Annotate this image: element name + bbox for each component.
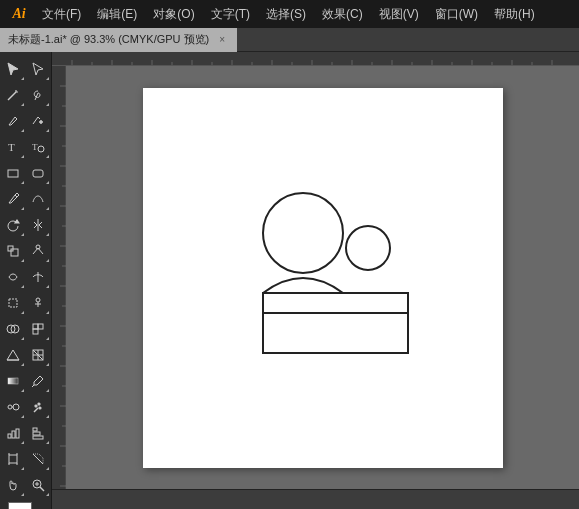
lasso-tool[interactable] bbox=[26, 82, 52, 108]
gradient-tool[interactable] bbox=[0, 368, 26, 394]
artboard-area bbox=[66, 66, 579, 489]
direct-select-tool[interactable] bbox=[26, 56, 52, 82]
svg-point-107 bbox=[263, 193, 343, 273]
svg-point-9 bbox=[38, 146, 44, 152]
svg-point-19 bbox=[36, 298, 40, 302]
select-icon bbox=[6, 62, 20, 76]
artboard-tool[interactable] bbox=[0, 446, 26, 472]
width-icon bbox=[31, 270, 45, 284]
tool-row-scale bbox=[0, 238, 51, 264]
pencil-icon bbox=[6, 192, 20, 206]
puppet-warp-tool[interactable] bbox=[26, 290, 52, 316]
svg-rect-56 bbox=[52, 52, 579, 66]
warp-tool[interactable] bbox=[0, 264, 26, 290]
rectangle-icon bbox=[6, 166, 20, 180]
menu-edit[interactable]: 编辑(E) bbox=[89, 0, 145, 28]
svg-line-0 bbox=[8, 92, 16, 100]
column-graph-icon bbox=[6, 426, 20, 440]
main-layout: T T bbox=[0, 52, 579, 509]
artboard-icon bbox=[6, 452, 20, 466]
free-transform-tool[interactable] bbox=[0, 290, 26, 316]
svg-point-39 bbox=[39, 407, 41, 409]
mesh-tool[interactable] bbox=[26, 342, 52, 368]
svg-text:T: T bbox=[8, 141, 15, 153]
hand-tool[interactable] bbox=[0, 472, 26, 498]
rectangle-tool[interactable] bbox=[0, 160, 26, 186]
rounded-rect-tool[interactable] bbox=[26, 160, 52, 186]
menu-help[interactable]: 帮助(H) bbox=[486, 0, 543, 28]
tab-bar: 未标题-1.ai* @ 93.3% (CMYK/GPU 预览) × bbox=[0, 28, 579, 52]
tool-row-blend bbox=[0, 394, 51, 420]
horizontal-ruler bbox=[52, 52, 579, 66]
svg-line-51 bbox=[33, 454, 43, 464]
svg-rect-14 bbox=[11, 249, 18, 256]
pencil-tool[interactable] bbox=[0, 186, 26, 212]
shape-builder-tool[interactable] bbox=[0, 316, 26, 342]
select-tool[interactable] bbox=[0, 56, 26, 82]
left-toolbar: T T bbox=[0, 52, 52, 509]
menu-file[interactable]: 文件(F) bbox=[34, 0, 89, 28]
tab-close-button[interactable]: × bbox=[215, 33, 229, 47]
svg-rect-46 bbox=[9, 455, 17, 463]
tool-row-pencil bbox=[0, 186, 51, 212]
bottom-status-bar bbox=[52, 489, 579, 509]
width-tool[interactable] bbox=[26, 264, 52, 290]
pen-tool[interactable] bbox=[0, 108, 26, 134]
svg-rect-26 bbox=[33, 329, 38, 334]
reflect-tool[interactable] bbox=[26, 212, 52, 238]
menu-effect[interactable]: 效果(C) bbox=[314, 0, 371, 28]
bar-graph-tool[interactable] bbox=[26, 420, 52, 446]
type-tool[interactable]: T bbox=[0, 134, 26, 160]
touch-type-tool[interactable]: T bbox=[26, 134, 52, 160]
menu-view[interactable]: 视图(V) bbox=[371, 0, 427, 28]
h-ruler-ticks bbox=[52, 52, 579, 66]
svg-point-37 bbox=[35, 405, 37, 407]
scale-tool[interactable] bbox=[0, 238, 26, 264]
menu-bar: 文件(F) 编辑(E) 对象(O) 文字(T) 选择(S) 效果(C) 视图(V… bbox=[34, 0, 575, 28]
rotate-tool[interactable] bbox=[0, 212, 26, 238]
perspective-grid-tool[interactable] bbox=[0, 342, 26, 368]
shape-builder-icon bbox=[6, 322, 20, 336]
svg-rect-24 bbox=[33, 324, 38, 329]
tool-row-transform bbox=[0, 290, 51, 316]
slice-tool[interactable] bbox=[26, 446, 52, 472]
menu-object[interactable]: 对象(O) bbox=[145, 0, 202, 28]
reflect-icon bbox=[31, 218, 45, 232]
blend-tool[interactable] bbox=[0, 394, 26, 420]
gradient-icon bbox=[6, 374, 20, 388]
color-boxes bbox=[8, 502, 44, 509]
svg-rect-44 bbox=[33, 432, 40, 435]
menu-window[interactable]: 窗口(W) bbox=[427, 0, 486, 28]
svg-rect-40 bbox=[8, 434, 11, 438]
fill-color[interactable] bbox=[8, 502, 32, 509]
live-paint-icon bbox=[31, 322, 45, 336]
scale-icon bbox=[6, 244, 20, 258]
direct-select-icon bbox=[31, 62, 45, 76]
magic-wand-tool[interactable] bbox=[0, 82, 26, 108]
menu-select[interactable]: 选择(S) bbox=[258, 0, 314, 28]
eyedropper-tool[interactable] bbox=[26, 368, 52, 394]
document-tab[interactable]: 未标题-1.ai* @ 93.3% (CMYK/GPU 预览) × bbox=[0, 28, 237, 52]
reshape-tool[interactable] bbox=[26, 238, 52, 264]
svg-rect-109 bbox=[263, 293, 408, 353]
symbol-sprayer-tool[interactable] bbox=[26, 394, 52, 420]
column-graph-tool[interactable] bbox=[0, 420, 26, 446]
menu-type[interactable]: 文字(T) bbox=[203, 0, 258, 28]
svg-rect-10 bbox=[8, 170, 18, 177]
artboard bbox=[143, 88, 503, 468]
svg-point-35 bbox=[13, 404, 19, 410]
vertical-ruler bbox=[52, 66, 66, 489]
bar-graph-icon bbox=[31, 426, 45, 440]
add-anchor-tool[interactable] bbox=[26, 108, 52, 134]
symbol-sprayer-icon bbox=[31, 400, 45, 414]
zoom-icon bbox=[31, 478, 45, 492]
svg-point-108 bbox=[346, 226, 390, 270]
live-paint-tool[interactable] bbox=[26, 316, 52, 342]
reshape-icon bbox=[31, 244, 45, 258]
slice-icon bbox=[31, 452, 45, 466]
zoom-tool[interactable] bbox=[26, 472, 52, 498]
smooth-tool[interactable] bbox=[26, 186, 52, 212]
tool-row-warp bbox=[0, 264, 51, 290]
tool-row-rotate bbox=[0, 212, 51, 238]
svg-marker-12 bbox=[15, 220, 19, 223]
